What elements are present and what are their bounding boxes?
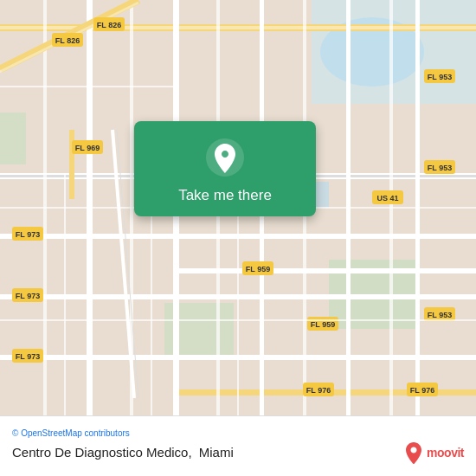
svg-text:FL 969: FL 969 xyxy=(75,144,100,152)
svg-text:FL 973: FL 973 xyxy=(16,292,40,300)
svg-rect-5 xyxy=(0,113,26,164)
osm-attribution: © OpenStreetMap contributors xyxy=(12,428,464,438)
svg-text:FL 959: FL 959 xyxy=(311,320,335,329)
osm-link[interactable]: OpenStreetMap contributors xyxy=(21,428,130,438)
svg-text:FL 826: FL 826 xyxy=(55,36,80,45)
place-name-text: Centro De Diagnostico Medico, xyxy=(12,445,192,460)
moovit-pin-icon xyxy=(404,441,423,464)
svg-text:FL 976: FL 976 xyxy=(306,386,331,395)
place-city-text: Miami xyxy=(199,445,234,460)
svg-text:FL 953: FL 953 xyxy=(428,311,452,319)
svg-rect-30 xyxy=(69,130,74,199)
map-view: FL 826 FL 826 FL 953 FL 953 FL 953 FL 96… xyxy=(0,0,476,415)
svg-text:FL 959: FL 959 xyxy=(246,265,270,273)
place-name-container: Centro De Diagnostico Medico, Miami xyxy=(12,445,234,460)
location-pin-icon xyxy=(204,137,246,178)
svg-text:FL 826: FL 826 xyxy=(97,21,121,29)
take-me-there-button[interactable]: Take me there xyxy=(178,187,272,204)
bottom-info-bar: © OpenStreetMap contributors Centro De D… xyxy=(0,415,476,476)
moovit-logo: moovit xyxy=(404,441,464,464)
svg-text:FL 973: FL 973 xyxy=(16,230,40,239)
location-popup[interactable]: Take me there xyxy=(134,121,316,216)
svg-rect-8 xyxy=(0,26,476,29)
svg-text:FL 973: FL 973 xyxy=(16,352,40,361)
place-name: Centro De Diagnostico Medico, Miami xyxy=(12,445,234,460)
svg-text:FL 953: FL 953 xyxy=(428,164,452,172)
moovit-brand-name: moovit xyxy=(427,446,464,460)
copyright-symbol: © xyxy=(12,428,18,438)
svg-text:US 41: US 41 xyxy=(376,194,398,203)
svg-text:FL 976: FL 976 xyxy=(410,386,434,395)
svg-text:FL 953: FL 953 xyxy=(428,73,452,81)
